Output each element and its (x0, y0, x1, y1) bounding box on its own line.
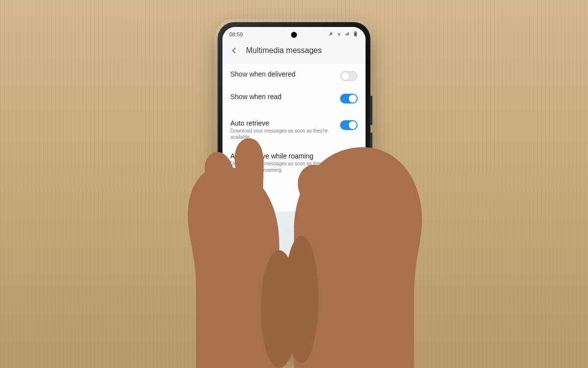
setting-label: Restrictions (230, 189, 358, 197)
setting-subtext: Download your messages as soon as they'r… (230, 128, 332, 140)
power-button (370, 132, 372, 152)
setting-auto-retrieve[interactable]: Auto retrieve Download your messages as … (222, 113, 366, 146)
volume-button (370, 96, 372, 125)
setting-label: Auto retrieve (230, 119, 332, 127)
page-header: Multimedia messages (222, 40, 366, 64)
empty-area (222, 211, 366, 339)
svg-rect-3 (355, 31, 356, 32)
svg-point-6 (347, 328, 348, 329)
navigation-bar (222, 322, 366, 341)
mute-icon (328, 31, 334, 38)
recents-button[interactable] (253, 326, 265, 338)
battery-icon (353, 31, 359, 38)
setting-label: Show when delivered (230, 70, 332, 78)
setting-auto-retrieve-roaming[interactable]: Auto retrieve while roaming Download you… (222, 146, 366, 179)
setting-value: Warning (230, 198, 358, 204)
svg-rect-4 (355, 33, 356, 36)
front-camera (291, 32, 297, 38)
toggle-auto-retrieve[interactable] (340, 120, 358, 130)
toggle-show-when-read[interactable] (340, 94, 358, 104)
page-title: Multimedia messages (246, 46, 322, 55)
setting-show-when-delivered[interactable]: Show when delivered (222, 64, 366, 87)
status-time: 08:59 (229, 31, 243, 37)
setting-subtext: Download your messages as soon as they'r… (230, 161, 332, 173)
toggle-show-when-delivered[interactable] (340, 71, 358, 81)
screen: 08:59 Multimedia messages (222, 27, 366, 341)
back-button[interactable] (227, 44, 241, 57)
toggle-auto-retrieve-roaming[interactable] (340, 153, 358, 163)
phone-frame: 08:59 Multimedia messages (218, 22, 370, 346)
nav-indicator-dot (237, 331, 239, 333)
setting-restrictions[interactable]: Restrictions Warning (222, 183, 366, 211)
setting-show-when-read[interactable]: Show when read (222, 87, 366, 109)
back-nav-button[interactable] (318, 326, 330, 338)
signal-icon (344, 31, 350, 38)
wifi-icon (336, 31, 342, 38)
settings-panel: Show when delivered Show when read Auto … (222, 64, 366, 211)
setting-label: Show when read (230, 93, 332, 101)
home-button[interactable] (286, 326, 297, 338)
svg-rect-5 (289, 329, 294, 335)
setting-label: Auto retrieve while roaming (230, 152, 332, 160)
accessibility-icon[interactable] (344, 327, 351, 336)
